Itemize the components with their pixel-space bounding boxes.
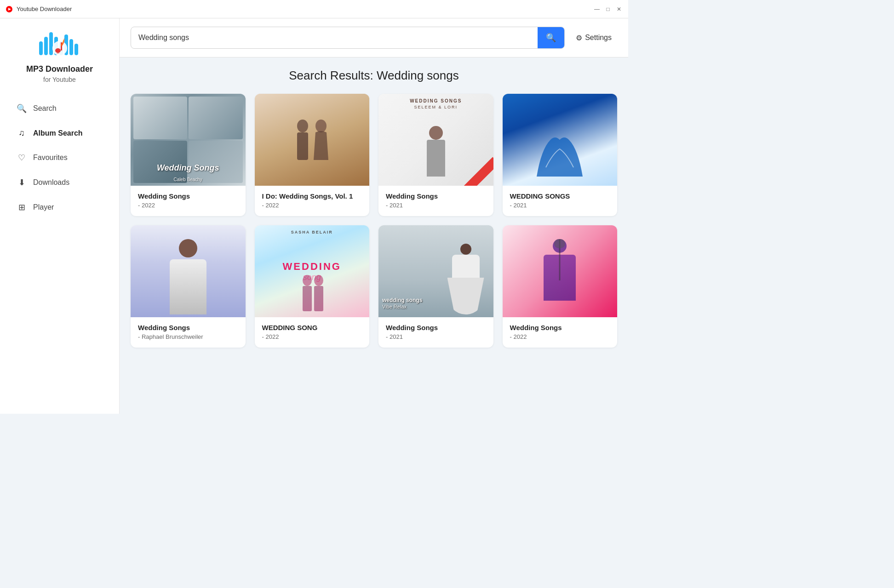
player-icon: ⊞ xyxy=(17,202,27,212)
maximize-button[interactable]: □ xyxy=(604,6,612,13)
album-meta-1: - 2022 xyxy=(138,202,238,209)
album-card-1[interactable]: Wedding Songs Caleb Beachy Wedding Songs… xyxy=(131,94,246,216)
album-cover-5 xyxy=(131,225,246,317)
album-info-3: Wedding Songs - 2021 xyxy=(378,186,493,216)
heart-icon: ♡ xyxy=(17,153,27,163)
sidebar: ♪ MP3 Downloader for Youtube 🔍 Search ♫ … xyxy=(0,18,120,414)
results-area: Search Results: Wedding songs Wedding So… xyxy=(120,57,628,414)
close-button[interactable]: ✕ xyxy=(615,6,623,13)
album-card-2[interactable]: I Do: Wedding Songs, Vol. 1 - 2022 xyxy=(255,94,370,216)
album-title-3: Wedding Songs xyxy=(386,192,486,200)
app-title: Youtube Downloader xyxy=(17,6,72,12)
settings-label: Settings xyxy=(585,34,612,42)
album-cover-3: WEDDING SONGS SELEEM & LORI xyxy=(378,94,493,186)
svg-point-18 xyxy=(303,275,312,286)
cover-6-artist: SASHA BELAIR xyxy=(255,230,370,234)
album-card-7[interactable]: wedding songsVibe Relax Wedding Songs - … xyxy=(378,225,493,348)
sidebar-item-search[interactable]: 🔍 Search xyxy=(7,97,112,120)
cover-3-title-text: WEDDING SONGS xyxy=(378,98,493,103)
album-meta-7: - 2021 xyxy=(386,333,486,340)
svg-rect-9 xyxy=(74,44,78,55)
album-info-4: WEDDING SONGS - 2021 xyxy=(503,186,618,216)
sidebar-label-favourites: Favourites xyxy=(33,154,68,162)
svg-point-14 xyxy=(57,52,59,54)
cover-7-text: wedding songsVibe Relax xyxy=(382,297,490,310)
settings-button[interactable]: ⚙ Settings xyxy=(570,30,617,46)
title-bar-controls: — □ ✕ xyxy=(593,6,623,13)
sidebar-item-album-search[interactable]: ♫ Album Search xyxy=(7,122,112,144)
album-info-6: WEDDING SONG - 2022 xyxy=(255,317,370,348)
main-content: 🔍 ⚙ Settings Search Results: Wedding son… xyxy=(120,18,628,414)
sidebar-item-player[interactable]: ⊞ Player xyxy=(7,196,112,219)
svg-rect-2 xyxy=(39,41,43,55)
album-title-4: WEDDING SONGS xyxy=(510,192,610,200)
app-icon xyxy=(6,6,13,13)
album-card-8[interactable]: Wedding Songs - 2022 xyxy=(503,225,618,348)
svg-point-17 xyxy=(315,120,327,132)
logo-container: ♪ MP3 Downloader for Youtube xyxy=(26,28,93,83)
settings-gear-icon: ⚙ xyxy=(576,34,582,42)
sidebar-item-favourites[interactable]: ♡ Favourites xyxy=(7,146,112,169)
cover-1-sub: Caleb Beachy xyxy=(131,177,246,182)
app-name: MP3 Downloader xyxy=(26,64,93,74)
album-cover-2 xyxy=(255,94,370,186)
search-submit-icon: 🔍 xyxy=(546,33,556,43)
sidebar-label-search: Search xyxy=(33,104,57,113)
album-meta-3: - 2021 xyxy=(386,202,486,209)
cover-2-svg xyxy=(284,112,339,186)
album-card-6[interactable]: SASHA BELAIR WEDDING song xyxy=(255,225,370,348)
album-cover-6: SASHA BELAIR WEDDING song xyxy=(255,225,370,317)
album-cover-7: wedding songsVibe Relax xyxy=(378,225,493,317)
albums-grid: Wedding Songs Caleb Beachy Wedding Songs… xyxy=(131,94,617,348)
svg-point-20 xyxy=(314,275,323,286)
svg-rect-16 xyxy=(297,132,308,160)
album-meta-4: - 2021 xyxy=(510,202,610,209)
album-card-3[interactable]: WEDDING SONGS SELEEM & LORI Wedding Song… xyxy=(378,94,493,216)
cover-3-sub-text: SELEEM & LORI xyxy=(378,105,493,109)
minimize-button[interactable]: — xyxy=(593,6,601,13)
album-title-7: Wedding Songs xyxy=(386,324,486,331)
nav-menu: 🔍 Search ♫ Album Search ♡ Favourites ⬇ D… xyxy=(0,97,119,219)
album-info-7: Wedding Songs - 2021 xyxy=(378,317,493,348)
app-subtitle: for Youtube xyxy=(43,76,76,83)
album-cover-8 xyxy=(503,225,618,317)
search-button[interactable]: 🔍 xyxy=(538,27,564,48)
sidebar-item-downloads[interactable]: ⬇ Downloads xyxy=(7,171,112,194)
title-bar: Youtube Downloader — □ ✕ xyxy=(0,0,628,18)
sidebar-label-album-search: Album Search xyxy=(33,129,83,137)
search-input-wrap: 🔍 xyxy=(131,27,565,49)
album-meta-6: - 2022 xyxy=(262,333,362,340)
search-input[interactable] xyxy=(131,28,538,47)
svg-rect-21 xyxy=(314,286,323,311)
cover-6-couple-svg xyxy=(293,271,330,317)
album-meta-8: - 2022 xyxy=(510,333,610,340)
app-body: ♪ MP3 Downloader for Youtube 🔍 Search ♫ … xyxy=(0,18,628,414)
svg-rect-19 xyxy=(303,286,312,311)
album-title-5: Wedding Songs xyxy=(138,324,238,331)
cover-4-svg xyxy=(509,94,610,186)
album-card-5[interactable]: Wedding Songs - Raphael Brunschweiler xyxy=(131,225,246,348)
album-info-1: Wedding Songs - 2022 xyxy=(131,186,246,216)
sidebar-label-downloads: Downloads xyxy=(33,178,69,187)
album-card-4[interactable]: WEDDING SONGS - 2021 xyxy=(503,94,618,216)
svg-rect-3 xyxy=(44,37,48,55)
album-cover-4 xyxy=(503,94,618,186)
svg-rect-13 xyxy=(61,42,62,51)
album-cover-1: Wedding Songs Caleb Beachy xyxy=(131,94,246,186)
album-info-2: I Do: Wedding Songs, Vol. 1 - 2022 xyxy=(255,186,370,216)
svg-rect-4 xyxy=(49,32,53,55)
svg-point-15 xyxy=(297,120,308,132)
album-title-1: Wedding Songs xyxy=(138,192,238,200)
results-title: Search Results: Wedding songs xyxy=(131,69,617,83)
search-icon: 🔍 xyxy=(17,103,27,114)
title-bar-left: Youtube Downloader xyxy=(6,6,72,13)
album-title-6: WEDDING SONG xyxy=(262,324,362,331)
svg-rect-8 xyxy=(69,39,73,55)
cover-1-text: Wedding Songs xyxy=(131,163,246,173)
album-title-2: I Do: Wedding Songs, Vol. 1 xyxy=(262,192,362,200)
album-meta-2: - 2022 xyxy=(262,202,362,209)
album-icon: ♫ xyxy=(17,128,27,138)
search-bar-area: 🔍 ⚙ Settings xyxy=(120,18,628,57)
logo-icon: ♪ xyxy=(37,28,83,64)
album-meta-5: - Raphael Brunschweiler xyxy=(138,333,238,340)
